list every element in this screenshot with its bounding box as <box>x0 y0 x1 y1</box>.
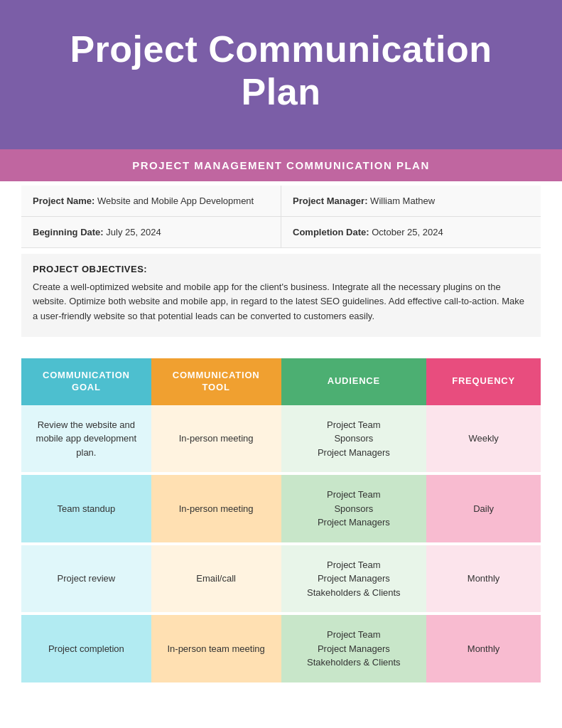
cell-goal: Team standup <box>21 473 151 544</box>
info-row-2: Beginning Date: July 25, 2024 Completion… <box>21 217 541 248</box>
objectives-section: PROJECT OBJECTIVES: Create a well-optimi… <box>21 254 541 337</box>
info-section: Project Name: Website and Mobile App Dev… <box>0 186 562 248</box>
cell-audience: Project TeamProject ManagersStakeholders… <box>281 544 427 614</box>
project-manager-value: William Mathew <box>370 196 435 206</box>
header: Project Communication Plan <box>0 0 562 149</box>
cell-frequency: Daily <box>426 473 541 544</box>
project-manager-cell: Project Manager: William Mathew <box>281 186 541 216</box>
objectives-text: Create a well-optimized website and mobi… <box>33 280 529 324</box>
completion-date-cell: Completion Date: October 25, 2024 <box>281 217 541 247</box>
beginning-date-value: July 25, 2024 <box>106 227 161 237</box>
info-row-1: Project Name: Website and Mobile App Dev… <box>21 186 541 217</box>
cell-audience: Project TeamSponsorsProject Managers <box>281 405 427 474</box>
cell-audience: Project TeamProject ManagersStakeholders… <box>281 614 427 684</box>
table-row: Review the website and mobile app develo… <box>21 405 541 474</box>
beginning-date-label: Beginning Date: <box>33 227 104 237</box>
project-manager-label: Project Manager: <box>293 196 367 206</box>
cell-tool: Email/call <box>151 544 281 614</box>
communication-table: COMMUNICATION GOAL COMMUNICATION TOOL AU… <box>21 358 541 685</box>
header-title: Project Communication Plan <box>43 28 519 114</box>
completion-date-value: October 25, 2024 <box>372 227 443 237</box>
project-name-cell: Project Name: Website and Mobile App Dev… <box>21 186 281 216</box>
completion-date-label: Completion Date: <box>293 227 369 237</box>
col-audience-header: AUDIENCE <box>281 358 427 405</box>
cell-tool: In-person meeting <box>151 405 281 474</box>
col-goal-header: COMMUNICATION GOAL <box>21 358 151 405</box>
table-row: Project completionIn-person team meeting… <box>21 614 541 684</box>
project-name-value: Website and Mobile App Development <box>97 196 254 206</box>
page: Project Communication Plan PROJECT MANAG… <box>0 0 562 728</box>
objectives-title: PROJECT OBJECTIVES: <box>33 264 529 274</box>
table-row: Project reviewEmail/callProject TeamProj… <box>21 544 541 614</box>
sub-header: PROJECT MANAGEMENT COMMUNICATION PLAN <box>0 149 562 181</box>
sub-header-title: PROJECT MANAGEMENT COMMUNICATION PLAN <box>14 159 548 171</box>
beginning-date-cell: Beginning Date: July 25, 2024 <box>21 217 281 247</box>
project-name-label: Project Name: <box>33 196 94 206</box>
cell-tool: In-person team meeting <box>151 614 281 684</box>
table-header-row: COMMUNICATION GOAL COMMUNICATION TOOL AU… <box>21 358 541 405</box>
col-frequency-header: FREQUENCY <box>426 358 541 405</box>
cell-audience: Project TeamSponsorsProject Managers <box>281 473 427 544</box>
cell-frequency: Weekly <box>426 405 541 474</box>
table-row: Team standupIn-person meetingProject Tea… <box>21 473 541 544</box>
cell-goal: Project review <box>21 544 151 614</box>
col-tool-header: COMMUNICATION TOOL <box>151 358 281 405</box>
cell-frequency: Monthly <box>426 544 541 614</box>
cell-goal: Review the website and mobile app develo… <box>21 405 151 474</box>
cell-tool: In-person meeting <box>151 473 281 544</box>
cell-goal: Project completion <box>21 614 151 684</box>
cell-frequency: Monthly <box>426 614 541 684</box>
